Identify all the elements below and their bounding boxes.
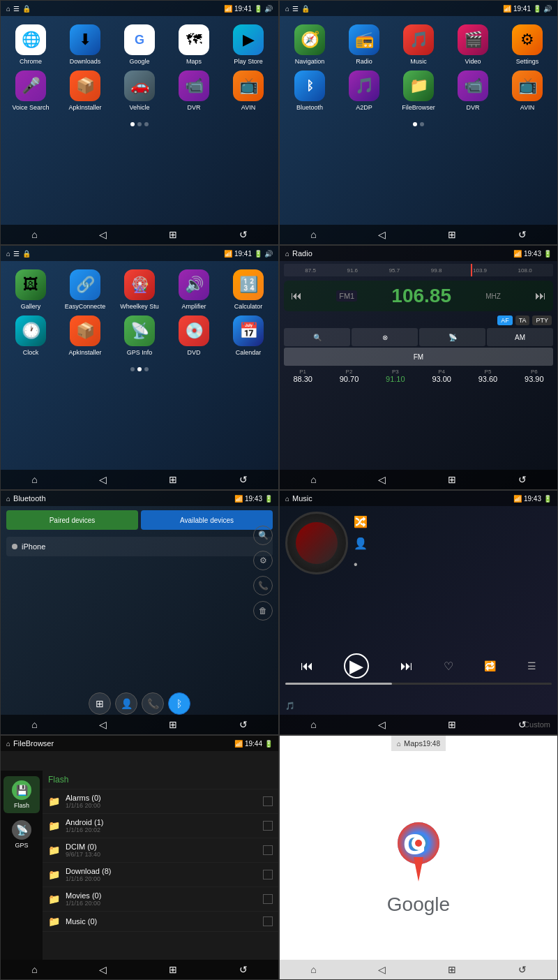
radio-am-btn[interactable]: AM: [487, 328, 553, 346]
nav-rotate-p2[interactable]: ↺: [518, 229, 527, 240]
nav-apps-p5[interactable]: ⊞: [169, 719, 177, 730]
lock-icon-p2[interactable]: 🔒: [301, 5, 310, 13]
app-apkinstaller-2[interactable]: 📦 ApkInstaller: [61, 315, 110, 356]
app-easyconnecte[interactable]: 🔗 EasyConnecte: [61, 269, 110, 310]
home-icon-p7[interactable]: ⌂: [6, 740, 10, 748]
nav-back-p6[interactable]: ◁: [378, 719, 386, 730]
rewind-btn[interactable]: ⏮: [291, 290, 302, 302]
music-next-btn[interactable]: ⏭: [400, 659, 413, 674]
menu-icon-p1[interactable]: ☰: [13, 5, 20, 13]
nav-home-p8[interactable]: ⌂: [310, 964, 316, 975]
music-heart-btn[interactable]: ♡: [444, 660, 453, 673]
home-icon-p6[interactable]: ⌂: [285, 495, 289, 503]
bt-device-iphone[interactable]: iPhone: [6, 537, 273, 556]
nav-rotate-p5[interactable]: ↺: [239, 719, 248, 730]
app-voicesearch[interactable]: 🎤 Voice Search: [6, 70, 55, 111]
app-music[interactable]: 🎵 Music: [394, 24, 443, 65]
radio-search-btn[interactable]: 🔍: [284, 328, 350, 346]
alarms-checkbox[interactable]: [263, 796, 273, 806]
nav-apps-p1[interactable]: ⊞: [169, 229, 177, 240]
home-icon-p3[interactable]: ⌂: [6, 250, 10, 258]
music-prev-btn[interactable]: ⏮: [301, 659, 313, 674]
bt-delete-icon[interactable]: 🗑: [253, 601, 273, 621]
home-icon-p5[interactable]: ⌂: [6, 495, 10, 503]
nav-home-p4[interactable]: ⌂: [310, 474, 316, 485]
music-user-icon[interactable]: 👤: [354, 537, 368, 550]
app-dvd[interactable]: 💿 DVD: [169, 315, 218, 356]
fb-flash-item[interactable]: 💾 Flash: [3, 776, 40, 813]
bt-call-icon[interactable]: 📞: [253, 576, 273, 595]
nav-home-p7[interactable]: ⌂: [31, 964, 37, 975]
bt-bluetooth-icon[interactable]: ᛒ: [168, 692, 190, 715]
volume-icon-p1[interactable]: 🔊: [264, 5, 273, 13]
app-playstore[interactable]: ▶ Play Store: [224, 24, 273, 65]
preset-p6[interactable]: P6 93.90: [511, 369, 557, 383]
bt-grid-icon[interactable]: ⊞: [89, 692, 111, 715]
nav-back-p7[interactable]: ◁: [99, 964, 107, 975]
nav-rotate-p7[interactable]: ↺: [239, 964, 248, 975]
nav-apps-p6[interactable]: ⊞: [448, 719, 456, 730]
fb-download-row[interactable]: 📁 Download (8) 1/1/16 20:00: [43, 863, 278, 887]
nav-apps-p7[interactable]: ⊞: [169, 964, 177, 975]
nav-rotate-p4[interactable]: ↺: [518, 474, 527, 485]
app-maps[interactable]: 🗺 Maps: [169, 24, 218, 65]
preset-p2[interactable]: P2 90.70: [326, 369, 372, 383]
nav-home-p6[interactable]: ⌂: [310, 719, 316, 730]
android-checkbox[interactable]: [263, 821, 273, 831]
menu-icon-p3[interactable]: ☰: [13, 250, 20, 258]
preset-p3[interactable]: P3 91.10: [372, 369, 418, 383]
preset-p4[interactable]: P4 93.00: [418, 369, 465, 383]
nav-home-p5[interactable]: ⌂: [31, 719, 37, 730]
nav-home-p3[interactable]: ⌂: [31, 474, 37, 485]
app-settings[interactable]: ⚙ Settings: [503, 24, 552, 65]
pty-badge[interactable]: PTY: [532, 315, 552, 325]
app-apkinstaller[interactable]: 📦 ApkInstaller: [61, 70, 110, 111]
home-icon-p4[interactable]: ⌂: [285, 250, 289, 258]
app-dvr[interactable]: 📹 DVR: [169, 70, 218, 111]
nav-back-p1[interactable]: ◁: [99, 229, 107, 240]
nav-apps-p4[interactable]: ⊞: [448, 474, 456, 485]
fb-android-row[interactable]: 📁 Android (1) 1/1/16 20:02: [43, 814, 278, 838]
nav-rotate-p3[interactable]: ↺: [239, 474, 248, 485]
music-list-btn[interactable]: ☰: [527, 660, 536, 671]
app-avin-2[interactable]: 📺 AVIN: [503, 70, 552, 111]
bt-settings-icon[interactable]: ⚙: [253, 551, 273, 570]
radio-scan-btn[interactable]: ⊗: [352, 328, 418, 346]
volume-icon-p3[interactable]: 🔊: [264, 250, 273, 258]
music-shuffle-icon[interactable]: 🔀: [354, 515, 368, 528]
music-play-btn[interactable]: ▶: [344, 653, 369, 678]
home-icon-p2[interactable]: ⌂: [285, 5, 289, 13]
preset-p1[interactable]: P1 88.30: [280, 369, 326, 383]
fb-movies-row[interactable]: 📁 Movies (0) 1/1/16 20:00: [43, 887, 278, 912]
dcim-checkbox[interactable]: [263, 845, 273, 855]
app-filebrowser[interactable]: 📁 FileBrowser: [394, 70, 443, 111]
home-icon-p8[interactable]: ⌂: [397, 740, 401, 748]
bt-person-icon[interactable]: 👤: [115, 692, 137, 715]
app-calendar[interactable]: 📅 Calendar: [224, 315, 273, 356]
menu-icon-p2[interactable]: ☰: [292, 5, 299, 13]
home-icon-p1[interactable]: ⌂: [6, 5, 10, 13]
volume-icon-p2[interactable]: 🔊: [543, 5, 552, 13]
radio-fm-btn[interactable]: FM: [284, 348, 553, 366]
nav-apps-p2[interactable]: ⊞: [448, 229, 456, 240]
app-wheelkey[interactable]: 🎡 Wheelkey Stu: [115, 269, 164, 310]
app-navigation[interactable]: 🧭 Navigation: [285, 24, 334, 65]
app-video[interactable]: 🎬 Video: [448, 24, 497, 65]
bt-paired-tab[interactable]: Paired devices: [6, 510, 138, 530]
app-calculator[interactable]: 🔢 Calculator: [224, 269, 273, 310]
app-gpsinfo[interactable]: 📡 GPS Info: [115, 315, 164, 356]
radio-signal-btn[interactable]: 📡: [419, 328, 485, 346]
preset-p5[interactable]: P5 93.60: [465, 369, 511, 383]
nav-back-p5[interactable]: ◁: [99, 719, 107, 730]
music-repeat-btn[interactable]: 🔁: [484, 660, 496, 671]
fb-dcim-row[interactable]: 📁 DCIM (0) 9/6/17 13:40: [43, 838, 278, 863]
nav-apps-p3[interactable]: ⊞: [169, 474, 177, 485]
fb-alarms-row[interactable]: 📁 Alarms (0) 1/1/16 20:00: [43, 789, 278, 814]
nav-apps-p8[interactable]: ⊞: [448, 964, 456, 975]
app-clock[interactable]: 🕐 Clock: [6, 315, 55, 356]
app-vehicle[interactable]: 🚗 Vehicle: [115, 70, 164, 111]
nav-back-p3[interactable]: ◁: [99, 474, 107, 485]
app-amplifier[interactable]: 🔊 Amplifier: [169, 269, 218, 310]
fb-music-row[interactable]: 📁 Music (0): [43, 912, 278, 932]
music-dot-icon[interactable]: •: [354, 558, 368, 571]
